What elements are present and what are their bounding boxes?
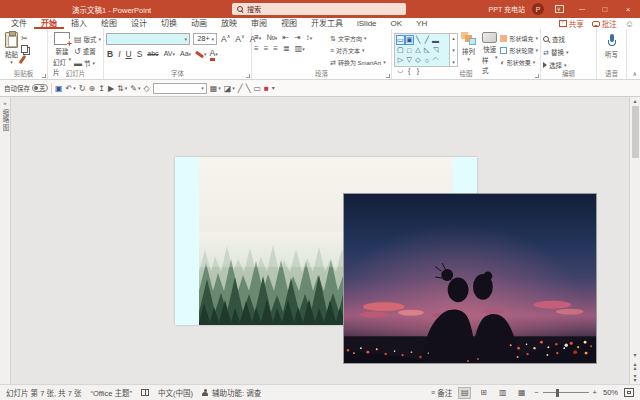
- tab-animations[interactable]: 动画: [184, 18, 214, 29]
- cut-icon[interactable]: ✂: [21, 34, 28, 43]
- reading-view-button[interactable]: ▥: [496, 387, 509, 399]
- redo-icon[interactable]: ↻: [79, 82, 86, 94]
- numbering-icon[interactable]: №▾: [266, 33, 277, 42]
- zoom-out-icon[interactable]: −: [534, 388, 538, 397]
- fit-slide-to-window-icon[interactable]: [624, 388, 634, 397]
- zoom-thumb[interactable]: [556, 389, 559, 397]
- undo-icon[interactable]: ↶▾: [66, 82, 76, 94]
- proofing-icon[interactable]: [141, 389, 149, 396]
- shapes-gallery[interactable]: ▭▣╲╱▬▢□△◺◹▷▽◇○◠◡{}: [394, 33, 450, 67]
- up-arrow-icon[interactable]: ↥: [98, 82, 105, 94]
- collapse-ribbon-icon[interactable]: ∧: [633, 70, 637, 77]
- change-case-button[interactable]: Aa▾: [179, 50, 192, 57]
- theme-name[interactable]: “Office 主题”: [90, 387, 132, 398]
- scrollbar-thumb[interactable]: [632, 106, 639, 158]
- qat-combobox[interactable]: ▾: [153, 83, 207, 94]
- decrease-indent-icon[interactable]: ⇤: [282, 33, 289, 42]
- align-center-icon[interactable]: ≡: [264, 44, 269, 53]
- language-indicator[interactable]: 中文(中国): [158, 387, 193, 398]
- font-color-button[interactable]: A▾: [210, 49, 218, 58]
- search-box[interactable]: 搜索: [232, 3, 406, 15]
- shape-glyph[interactable]: ◠: [431, 55, 440, 65]
- scroll-down-icon[interactable]: ▾: [633, 351, 636, 358]
- shape-glyph[interactable]: ▽: [405, 55, 414, 65]
- autosave-toggle[interactable]: 自动保存 关: [4, 83, 48, 93]
- pen-icon[interactable]: ✎▾: [130, 82, 140, 94]
- increase-indent-icon[interactable]: ⇥: [294, 33, 301, 42]
- paste-button[interactable]: 粘贴 ▾: [2, 31, 21, 65]
- tab-draw[interactable]: 绘图: [94, 18, 124, 29]
- text-highlight-button[interactable]: ▾: [195, 49, 207, 58]
- columns-icon[interactable]: ▥▾: [295, 44, 305, 53]
- copy-icon[interactable]: [21, 45, 28, 53]
- align-text-button[interactable]: ≡对齐文本▾: [330, 44, 386, 56]
- save-icon[interactable]: ▣: [55, 82, 63, 94]
- slide-canvas[interactable]: [11, 97, 629, 384]
- play-icon[interactable]: ▶: [108, 82, 114, 94]
- tab-developer[interactable]: 开发工具: [304, 18, 350, 29]
- avatar[interactable]: P: [532, 3, 544, 15]
- zoom-slider[interactable]: − +: [534, 388, 597, 397]
- shrink-font-button[interactable]: A∨: [234, 33, 245, 44]
- shape-outline-button[interactable]: 形状轮廓▾: [500, 44, 538, 56]
- shape-glyph[interactable]: □: [405, 45, 414, 55]
- shape-glyph[interactable]: ╱: [422, 35, 431, 45]
- underline-button[interactable]: U: [125, 49, 133, 59]
- shape-glyph[interactable]: ▷: [396, 55, 405, 65]
- reset-button[interactable]: ↺重置: [74, 45, 101, 57]
- align-left-icon[interactable]: ≡: [254, 44, 259, 53]
- next-slide-button[interactable]: ▾▾: [633, 374, 636, 382]
- tab-yh[interactable]: YH: [409, 18, 434, 29]
- tab-ok[interactable]: OK: [384, 18, 410, 29]
- convert-smartart-button[interactable]: ⇄转换为 SmartArt▾: [330, 56, 386, 68]
- justify-icon[interactable]: ≣: [283, 44, 290, 53]
- brush-icon[interactable]: ╲: [246, 82, 251, 94]
- zoom-track[interactable]: [543, 392, 589, 393]
- zoom-in-icon[interactable]: +: [593, 388, 597, 397]
- tab-islide[interactable]: iSlide: [350, 18, 384, 29]
- arrange-button[interactable]: 排列 ▾: [458, 31, 479, 62]
- notes-button[interactable]: ≡备注: [431, 387, 452, 398]
- shape-glyph[interactable]: △: [414, 45, 423, 55]
- bullets-icon[interactable]: ≡▾: [254, 33, 261, 42]
- text-shadow-button[interactable]: S: [136, 49, 144, 59]
- font-name-combo[interactable]: ▾: [106, 33, 190, 45]
- red-badge-icon[interactable]: ■: [264, 82, 269, 94]
- minimize-button[interactable]: ─: [574, 0, 590, 18]
- tab-review[interactable]: 审阅: [244, 18, 274, 29]
- shape-glyph[interactable]: ◹: [431, 45, 440, 55]
- pencil-icon[interactable]: ╱: [238, 82, 243, 94]
- shape-glyph[interactable]: ▭: [396, 35, 405, 45]
- shape-glyph[interactable]: ◇: [414, 55, 423, 65]
- shape-glyph[interactable]: ▬: [431, 35, 440, 45]
- picture-icon[interactable]: ▦▾: [210, 82, 221, 94]
- maximize-button[interactable]: □: [597, 0, 613, 18]
- tab-file[interactable]: 文件: [4, 18, 34, 29]
- tab-transitions[interactable]: 切换: [154, 18, 184, 29]
- slideshow-view-button[interactable]: ▦: [515, 387, 528, 399]
- slide-sorter-view-button[interactable]: ⊞: [477, 387, 490, 399]
- tab-design[interactable]: 设计: [124, 18, 154, 29]
- swap-arrows-icon[interactable]: ⇅▾: [117, 82, 127, 94]
- shape-glyph[interactable]: ╲: [414, 35, 423, 45]
- account-name[interactable]: PPT 充电站: [489, 4, 525, 14]
- line-spacing-icon[interactable]: ↕▾: [306, 33, 313, 42]
- feedback-smiley-icon[interactable]: ☺: [625, 19, 634, 29]
- bold-button[interactable]: B: [106, 49, 114, 59]
- normal-view-button[interactable]: ▤: [458, 387, 471, 399]
- shape-glyph[interactable]: ○: [422, 55, 431, 65]
- tab-slideshow[interactable]: 放映: [214, 18, 244, 29]
- align-right-icon[interactable]: ≡: [273, 44, 278, 53]
- italic-button[interactable]: I: [117, 49, 121, 59]
- text-direction-button[interactable]: ⇅文字方向▾: [330, 32, 386, 44]
- shape-glyph[interactable]: ◺: [422, 45, 431, 55]
- ruler-icon[interactable]: ▭: [253, 82, 261, 94]
- close-button[interactable]: ×: [620, 0, 636, 18]
- find-button[interactable]: 查找: [543, 33, 568, 45]
- shape-glyph[interactable]: ▣: [405, 35, 414, 45]
- qat-overflow-icon[interactable]: ▾: [272, 86, 275, 90]
- couple-sunset-image[interactable]: [343, 193, 597, 364]
- ribbon-display-options-button[interactable]: [551, 0, 567, 18]
- shape-effects-button[interactable]: ◐形状效果▾: [500, 56, 538, 68]
- scroll-up-icon[interactable]: ▴: [633, 97, 636, 104]
